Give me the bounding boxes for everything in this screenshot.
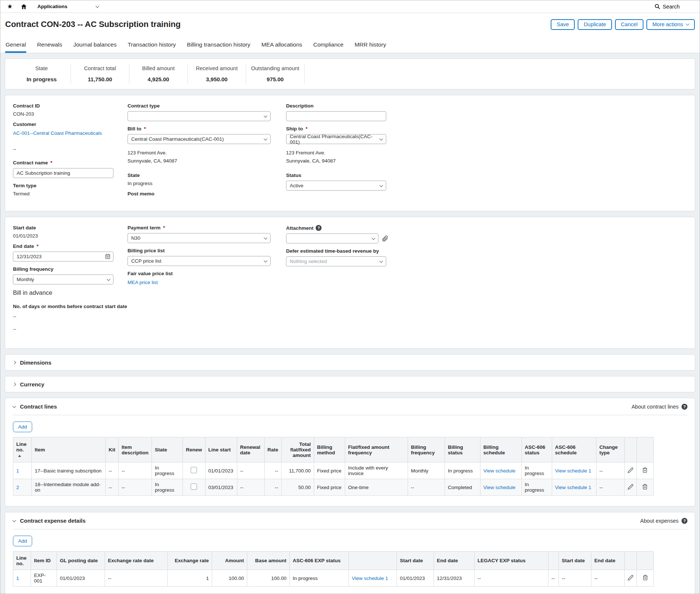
bill-to-address: 123 Fremont Ave. Sunnyvale, CA, 94087 [128,149,286,165]
section-currency-toggle[interactable]: Currency [5,376,695,392]
col-state[interactable]: State [152,437,183,462]
line-number-link[interactable]: 2 [16,485,19,490]
global-search[interactable]: Search [655,4,680,10]
col-legacy-end-date[interactable]: End date [591,552,625,570]
view-billing-schedule-link[interactable]: View schedule [483,468,516,474]
app-window: ★ Applications Search Contract CON-203 -… [0,0,700,594]
col-exchange-rate-date[interactable]: Exchange rate date [105,552,168,570]
col-item-id[interactable]: Item ID [31,552,57,570]
col-line-no[interactable]: Line no. [13,552,31,570]
col-item[interactable]: Item [32,437,106,462]
col-kit[interactable]: Kit [106,437,119,462]
top-bar: ★ Applications Search [0,0,700,13]
tab-journal-balances[interactable]: Journal balances [73,36,117,53]
bill-to-select[interactable]: Central Coast Pharmaceuticals(CAC-001) [128,134,271,144]
tab-compliance[interactable]: Compliance [313,36,344,53]
tab-mrr-history[interactable]: MRR history [354,36,386,53]
col-base-amount[interactable]: Base amount [247,552,290,570]
paperclip-icon[interactable] [381,235,388,242]
tab-mea-allocations[interactable]: MEA allocations [261,36,302,53]
col-flat-fixed-frequency[interactable]: Flat/fixed amount frequency [345,437,408,462]
tab-general[interactable]: General [5,36,26,53]
help-icon[interactable]: ? [682,518,687,524]
col-end-date[interactable]: End date [434,552,475,570]
cell-change-type: -- [596,479,624,496]
view-asc606-schedule-link[interactable]: View schedule 1 [555,468,591,474]
home-icon[interactable] [21,4,27,10]
delete-icon[interactable] [642,467,648,473]
defer-revenue-select[interactable]: Nothing selected [286,256,386,266]
col-total-flat-fixed[interactable]: Total flat/fixed amount [281,437,314,462]
payment-term-select[interactable]: N30 [128,233,271,243]
help-icon[interactable]: ? [316,225,322,231]
col-billing-frequency[interactable]: Billing frequency [408,437,445,462]
edit-icon[interactable] [628,575,633,581]
col-asc606-status[interactable]: ASC-606 status [521,437,552,462]
contract-type-select[interactable] [128,111,271,121]
col-amount[interactable]: Amount [212,552,247,570]
chevron-down-icon [372,236,376,240]
cancel-button[interactable]: Cancel [615,19,643,30]
col-billing-schedule[interactable]: Billing schedule [480,437,521,462]
attachment-field: Attachment? [286,225,687,243]
add-contract-line-button[interactable]: Add [13,421,32,432]
attachment-select[interactable] [286,233,378,243]
description-input[interactable] [286,111,386,121]
col-change-type[interactable]: Change type [596,437,624,462]
renew-checkbox[interactable] [191,467,197,473]
col-renew[interactable]: Renew [183,437,205,462]
col-line-start[interactable]: Line start [205,437,237,462]
billing-price-list-field: Billing price list CCP price list [128,248,286,266]
view-billing-schedule-link[interactable]: View schedule [483,485,516,490]
tab-transaction-history[interactable]: Transaction history [127,36,176,53]
add-expense-button[interactable]: Add [13,536,32,546]
col-billing-status[interactable]: Billing status [445,437,480,462]
col-start-date[interactable]: Start date [397,552,434,570]
col-legacy-exp-status[interactable]: LEGACY EXP status [475,552,548,570]
billing-frequency-select[interactable]: Monthly [13,274,113,284]
contract-lines-toggle[interactable]: Contract lines [13,403,57,410]
col-asc606-exp-status[interactable]: ASC-606 EXP status [290,552,349,570]
col-renewal-date[interactable]: Renewal date [237,437,264,462]
calendar-icon[interactable] [105,253,111,259]
contract-lines-table: Line no. Item Kit Item description State… [13,437,654,496]
col-asc606-schedule[interactable]: ASC-606 schedule [552,437,596,462]
section-dimensions-toggle[interactable]: Dimensions [5,354,695,371]
mea-price-list-link[interactable]: MEA price list [128,280,158,285]
billing-price-list-select[interactable]: CCP price list [128,256,271,266]
duplicate-button[interactable]: Duplicate [578,19,612,30]
applications-menu[interactable]: Applications [37,4,99,9]
line-number-link[interactable]: 1 [16,468,19,474]
sort-asc-icon [18,455,21,457]
end-date-input[interactable] [13,252,113,262]
contract-expenses-toggle[interactable]: Contract expense details [13,518,86,524]
col-item-description[interactable]: Item description [119,437,152,462]
col-exchange-rate[interactable]: Exchange rate [168,552,212,570]
help-icon[interactable]: ? [682,404,687,410]
save-button[interactable]: Save [551,19,575,30]
delete-icon[interactable] [642,484,648,490]
col-gl-posting-date[interactable]: GL posting date [57,552,105,570]
col-legacy-start-date[interactable]: Start date [559,552,591,570]
delete-icon[interactable] [642,574,648,581]
ship-to-address: 123 Fremont Ave. Sunnyvale, CA, 94087 [286,149,687,165]
customer-link[interactable]: AC-001--Central Coast Pharmaceuticals [13,130,102,136]
renew-checkbox[interactable] [191,484,197,490]
status-select[interactable]: Active [286,181,386,191]
tab-renewals[interactable]: Renewals [37,36,62,53]
billing-price-list-label: Billing price list [128,248,286,253]
contract-name-input[interactable] [13,168,113,178]
stat-state: State In progress [13,64,71,83]
col-billing-method[interactable]: Billing method [314,437,345,462]
ship-to-select[interactable]: Central Coast Pharmaceuticals(CAC-001) [286,134,386,144]
more-actions-button[interactable]: More actions [646,19,695,30]
edit-icon[interactable] [628,484,633,490]
col-rate[interactable]: Rate [264,437,281,462]
line-number-link[interactable]: 1 [16,576,19,581]
view-exp-schedule-link[interactable]: View schedule 1 [352,576,388,581]
edit-icon[interactable] [628,467,633,473]
view-asc606-schedule-link[interactable]: View schedule 1 [555,485,591,490]
ship-to-field: Ship to* Central Coast Pharmaceuticals(C… [286,126,687,144]
tab-billing-transaction-history[interactable]: Billing transaction history [187,36,251,53]
favorite-star-icon[interactable]: ★ [7,3,13,10]
